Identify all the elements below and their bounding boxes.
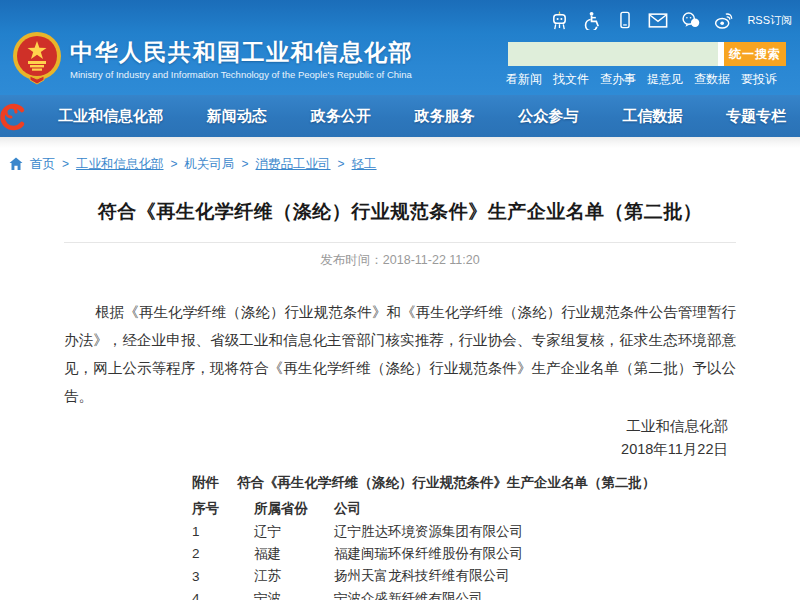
nav-shadow-strip <box>0 137 800 148</box>
weibo-icon[interactable] <box>714 10 734 30</box>
breadcrumb-separator: > <box>171 157 178 171</box>
breadcrumb-miit[interactable]: 工业和信息化部 <box>76 156 164 173</box>
site-header: 中华人民共和国工业和信息化部 Ministry of Industry and … <box>0 0 800 95</box>
ministry-brand[interactable]: 中华人民共和国工业和信息化部 Ministry of Industry and … <box>10 30 413 88</box>
mail-icon[interactable] <box>648 10 668 30</box>
col-header-index: 序号 <box>192 500 254 518</box>
col-header-company: 公司 <box>334 500 736 518</box>
nav-item-topics[interactable]: 专题专栏 <box>726 107 786 126</box>
home-icon[interactable] <box>9 157 23 171</box>
cell-province: 宁波 <box>254 590 334 600</box>
quick-link-complaint[interactable]: 要投诉 <box>741 71 777 88</box>
publish-time-value: 2018-11-22 11:20 <box>383 253 480 267</box>
attachment-section: 附件符合《再生化学纤维（涤纶）行业规范条件》生产企业名单（第二批） 序号 所属省… <box>64 474 736 600</box>
attachment-title: 符合《再生化学纤维（涤纶）行业规范条件》生产企业名单（第二批） <box>237 475 656 490</box>
attachment-heading: 附件符合《再生化学纤维（涤纶）行业规范条件》生产企业名单（第二批） <box>192 474 736 492</box>
breadcrumb-separator: > <box>62 157 69 171</box>
table-row: 4 宁波 宁波众盛新纤维有限公司 <box>192 588 736 600</box>
site-title: 中华人民共和国工业和信息化部 <box>70 38 413 66</box>
table-row: 1 辽宁 辽宁胜达环境资源集团有限公司 <box>192 520 736 542</box>
cell-company: 扬州天富龙科技纤维有限公司 <box>334 567 736 585</box>
main-nav: 工业和信息化部 新闻动态 政务公开 政务服务 公众参与 工信数据 专题专栏 <box>0 95 800 137</box>
nav-swirl-logo-icon <box>0 102 28 132</box>
quick-link-suggest[interactable]: 提意见 <box>647 71 683 88</box>
cell-index: 1 <box>192 524 254 539</box>
breadcrumb: 首页 > 工业和信息化部 > 机关司局 > 消费品工业司 > 轻工 <box>0 148 800 172</box>
wechat-icon[interactable] <box>681 10 701 30</box>
cell-company: 宁波众盛新纤维有限公司 <box>334 590 736 600</box>
quick-link-news[interactable]: 看新闻 <box>506 71 542 88</box>
search-input[interactable] <box>508 42 718 66</box>
article: 符合《再生化学纤维（涤纶）行业规范条件》生产企业名单（第二批） 发布时间：201… <box>0 199 800 600</box>
breadcrumb-home[interactable]: 首页 <box>30 156 55 173</box>
article-body: 根据《再生化学纤维（涤纶）行业规范条件》和《再生化学纤维（涤纶）行业规范条件公告… <box>64 298 736 410</box>
table-row: 3 江苏 扬州天富龙科技纤维有限公司 <box>192 565 736 587</box>
nav-item-participation[interactable]: 公众参与 <box>518 107 578 126</box>
cell-province: 辽宁 <box>254 523 334 541</box>
brand-text: 中华人民共和国工业和信息化部 Ministry of Industry and … <box>70 38 413 80</box>
header-icon-bar: RSS订阅 <box>549 10 792 30</box>
nav-item-gov-service[interactable]: 政务服务 <box>414 107 474 126</box>
mobile-icon[interactable] <box>615 10 635 30</box>
attachment-label: 附件 <box>192 475 219 490</box>
rss-subscribe-link[interactable]: RSS订阅 <box>747 13 792 28</box>
nav-item-gov-open[interactable]: 政务公开 <box>311 107 371 126</box>
nav-item-miit[interactable]: 工业和信息化部 <box>58 107 163 126</box>
cell-index: 2 <box>192 546 254 561</box>
nav-item-news[interactable]: 新闻动态 <box>207 107 267 126</box>
breadcrumb-separator: > <box>338 157 345 171</box>
quick-link-files[interactable]: 找文件 <box>553 71 589 88</box>
quick-link-data[interactable]: 查数据 <box>694 71 730 88</box>
breadcrumb-light-industry[interactable]: 轻工 <box>352 156 377 173</box>
quick-link-services[interactable]: 查办事 <box>600 71 636 88</box>
robot-assistant-icon[interactable] <box>549 10 569 30</box>
site-subtitle-en: Ministry of Industry and Information Tec… <box>70 69 413 80</box>
title-divider <box>64 242 736 243</box>
table-header-row: 序号 所属省份 公司 <box>192 498 736 520</box>
cell-province: 福建 <box>254 545 334 563</box>
breadcrumb-departments[interactable]: 机关司局 <box>185 156 235 173</box>
cell-company: 辽宁胜达环境资源集团有限公司 <box>334 523 736 541</box>
breadcrumb-consumer-goods[interactable]: 消费品工业司 <box>256 156 331 173</box>
search-bar: 统一搜索 <box>508 42 786 66</box>
national-emblem-logo <box>10 30 64 88</box>
cell-province: 江苏 <box>254 567 334 585</box>
cell-company: 福建闽瑞环保纤维股份有限公司 <box>334 545 736 563</box>
cell-index: 3 <box>192 569 254 584</box>
unified-search-button[interactable]: 统一搜索 <box>724 42 786 66</box>
company-table: 序号 所属省份 公司 1 辽宁 辽宁胜达环境资源集团有限公司 2 福建 福建闽瑞 <box>192 498 736 600</box>
cell-index: 4 <box>192 591 254 600</box>
article-title: 符合《再生化学纤维（涤纶）行业规范条件》生产企业名单（第二批） <box>64 199 736 225</box>
publish-time-line: 发布时间：2018-11-22 11:20 <box>64 252 736 269</box>
breadcrumb-separator: > <box>242 157 249 171</box>
table-row: 2 福建 福建闽瑞环保纤维股份有限公司 <box>192 543 736 565</box>
accessibility-icon[interactable] <box>582 10 602 30</box>
signature-block: 工业和信息化部 2018年11月22日 <box>64 415 736 461</box>
col-header-province: 所属省份 <box>254 500 334 518</box>
nav-item-data[interactable]: 工信数据 <box>622 107 682 126</box>
table-body: 1 辽宁 辽宁胜达环境资源集团有限公司 2 福建 福建闽瑞环保纤维股份有限公司 … <box>192 520 736 600</box>
signature-date: 2018年11月22日 <box>64 438 728 461</box>
quick-links-bar: 看新闻 找文件 查办事 提意见 查数据 要投诉 <box>506 71 777 88</box>
signature-org: 工业和信息化部 <box>64 415 728 438</box>
publish-time-label: 发布时间： <box>320 253 383 267</box>
